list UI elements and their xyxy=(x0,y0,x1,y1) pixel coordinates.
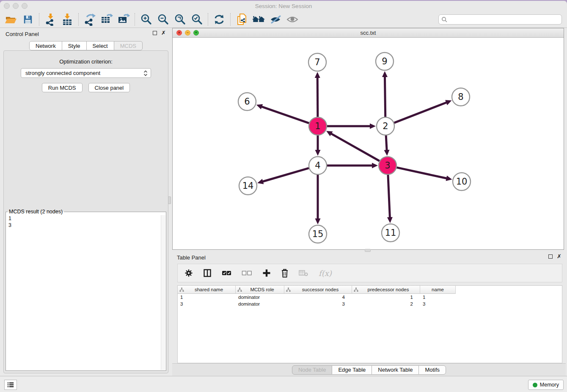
tab-edge-table[interactable]: Edge Table xyxy=(332,365,372,375)
table-panel-header: Table Panel ✗ xyxy=(172,252,566,263)
table-toolbar: f(x) xyxy=(177,264,562,282)
zoom-out-icon xyxy=(157,14,169,25)
graph-node-label-15: 15 xyxy=(312,229,324,239)
tab-network-table[interactable]: Network Table xyxy=(372,365,419,375)
tab-select[interactable]: Select xyxy=(86,41,114,50)
export-image-button[interactable] xyxy=(115,12,132,27)
show-hidden-button[interactable] xyxy=(284,12,301,27)
unchecked-boxes-icon xyxy=(242,270,252,276)
trash-icon xyxy=(281,268,289,278)
search-icon xyxy=(441,17,447,22)
hide-selected-button[interactable] xyxy=(267,12,284,27)
horizontal-splitter-handle[interactable] xyxy=(365,249,371,252)
table-row[interactable]: 3 dominator 3 2 3 xyxy=(178,301,562,307)
main-toolbar xyxy=(0,11,567,28)
select-all-checks-button[interactable] xyxy=(222,270,231,276)
tree-icon xyxy=(354,287,358,292)
desktop: Session: New Session xyxy=(0,0,567,392)
graph-edge-3-10[interactable] xyxy=(396,168,447,179)
tab-mcds[interactable]: MCDS xyxy=(114,41,143,50)
toolbar-separator xyxy=(78,13,79,26)
refresh-view-button[interactable] xyxy=(211,12,228,27)
open-folder-icon xyxy=(5,14,17,25)
vertical-splitter-handle[interactable] xyxy=(168,196,171,204)
float-table-panel-icon[interactable] xyxy=(548,254,553,259)
graph-node-label-8: 8 xyxy=(458,92,463,102)
eye-slash-icon xyxy=(269,14,282,25)
export-network-button[interactable] xyxy=(81,12,98,27)
result-scrollbar[interactable] xyxy=(161,215,165,370)
toolbar-separator xyxy=(230,13,231,26)
tab-node-table[interactable]: Node Table xyxy=(292,365,333,375)
network-canvas[interactable]: 1234678910111415 xyxy=(173,38,564,249)
delete-column-button[interactable] xyxy=(281,268,289,278)
search-input[interactable] xyxy=(449,16,559,23)
import-table-button[interactable] xyxy=(59,12,76,27)
task-history-button[interactable] xyxy=(4,380,17,390)
close-table-panel-icon[interactable]: ✗ xyxy=(557,254,561,259)
mcds-result-line: 3 xyxy=(8,222,163,229)
save-session-button[interactable] xyxy=(19,12,36,27)
export-table-button[interactable] xyxy=(98,12,115,27)
graph-node-label-2: 2 xyxy=(383,121,388,131)
graph-edge-arrowhead xyxy=(257,179,264,184)
tab-motifs[interactable]: Motifs xyxy=(418,365,446,375)
cell-shared-name: 3 xyxy=(178,301,236,307)
column-header-predecessor-nodes[interactable]: predecessor nodes xyxy=(352,286,420,294)
column-header-shared-name[interactable]: shared name xyxy=(178,286,236,294)
mcds-result-title: MCDS result (2 nodes) xyxy=(8,209,64,215)
memory-button[interactable]: Memory xyxy=(528,380,564,390)
graph-node-label-10: 10 xyxy=(456,177,468,187)
delete-table-button[interactable] xyxy=(299,270,308,276)
search-box xyxy=(438,14,562,25)
clone-network-button[interactable] xyxy=(233,12,250,27)
save-floppy-icon xyxy=(23,14,33,25)
network-window-title: scc.txt xyxy=(173,30,564,36)
graph-edge-1-6[interactable] xyxy=(261,106,309,123)
zoom-out-button[interactable] xyxy=(154,12,171,27)
tree-icon xyxy=(286,287,291,292)
cell-name: 1 xyxy=(420,294,456,301)
show-column-button[interactable] xyxy=(203,269,212,277)
zoom-fit-icon xyxy=(174,14,186,25)
zoom-in-button[interactable] xyxy=(138,12,154,27)
tab-network[interactable]: Network xyxy=(29,41,62,50)
create-column-button[interactable] xyxy=(262,269,271,277)
graph-edge-3-1[interactable] xyxy=(330,133,380,161)
import-network-button[interactable] xyxy=(42,12,59,27)
table-row[interactable]: 1 dominator 4 1 1 xyxy=(178,294,562,301)
column-header-mcds-role[interactable]: MCDS role xyxy=(236,286,284,294)
graph-edge-4-14[interactable] xyxy=(262,168,309,182)
graph-edge-2-8[interactable] xyxy=(394,102,448,123)
graph-edge-2-9[interactable] xyxy=(385,76,385,117)
close-panel-icon[interactable]: ✗ xyxy=(161,31,166,35)
network-view-window: × − + scc.txt 1234678910111415 xyxy=(172,28,564,250)
run-mcds-button[interactable]: Run MCDS xyxy=(42,83,83,92)
criterion-select[interactable]: strongly connected component xyxy=(21,68,151,78)
open-session-button[interactable] xyxy=(3,12,19,27)
show-full-network-button[interactable] xyxy=(250,12,267,27)
graph-edge-arrowhead xyxy=(384,150,390,156)
criterion-selected-value: strongly connected component xyxy=(25,70,143,76)
zoom-fit-button[interactable] xyxy=(171,12,188,27)
float-panel-icon[interactable] xyxy=(153,31,157,35)
control-panel-header: Control Panel ✗ xyxy=(1,28,171,39)
graph-edge-3-11[interactable] xyxy=(388,175,390,218)
deselect-all-checks-button[interactable] xyxy=(242,270,252,276)
zoom-selected-button[interactable] xyxy=(188,12,205,27)
graph-edge-2-3[interactable] xyxy=(386,135,387,151)
table-options-button[interactable] xyxy=(184,269,193,277)
close-panel-button[interactable]: Close panel xyxy=(88,83,130,92)
cell-shared-name: 1 xyxy=(178,294,236,301)
column-header-name[interactable]: name xyxy=(420,286,456,294)
tab-style[interactable]: Style xyxy=(62,41,87,50)
tree-icon xyxy=(179,287,184,292)
export-network-icon xyxy=(83,13,96,26)
cell-predecessor-nodes: 2 xyxy=(352,301,420,307)
column-header-successor-nodes[interactable]: successor nodes xyxy=(284,286,352,294)
graph-edge-1-7[interactable] xyxy=(317,77,318,117)
graph-edge-arrowhead xyxy=(315,72,320,78)
function-builder-button[interactable]: f(x) xyxy=(319,269,332,278)
control-panel: Control Panel ✗ Network Style Select MCD… xyxy=(1,28,171,376)
graph-node-label-7: 7 xyxy=(314,57,320,67)
